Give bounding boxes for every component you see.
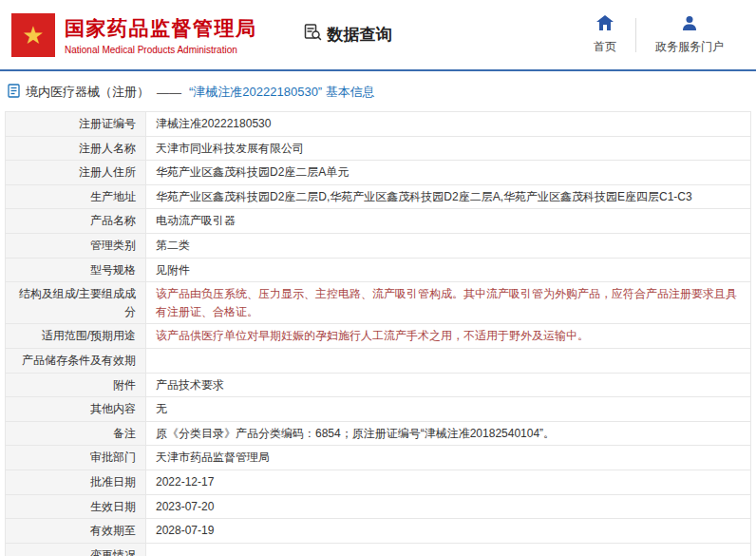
row-label: 附件 (6, 373, 146, 397)
table-row: 生效日期2023-07-20 (6, 494, 751, 519)
row-label: 有效期至 (6, 519, 146, 544)
table-row: 适用范围/预期用途该产品供医疗单位对早期妊娠的孕妇施行人工流产手术之用，不适用于… (6, 324, 751, 349)
row-label: 生效日期 (6, 494, 146, 519)
row-value: 华苑产业区鑫茂科技园D2座二层A单元 (146, 161, 751, 185)
row-label: 适用范围/预期用途 (6, 324, 146, 349)
table-row: 审批部门天津市药品监督管理局 (6, 446, 751, 470)
table-row: 批准日期2022-12-17 (6, 470, 751, 494)
row-value: 2022-12-17 (146, 470, 751, 494)
info-table-body: 注册证编号津械注准20222180530注册人名称天津市同业科技发展有限公司注册… (6, 112, 751, 556)
data-query-title: 数据查询 (303, 23, 392, 47)
agency-title-block: 国家药品监督管理局 National Medical Products Admi… (65, 15, 257, 55)
row-label: 变更情况 (6, 543, 146, 556)
row-label: 结构及组成/主要组成成分 (6, 282, 146, 324)
row-label: 生产地址 (6, 184, 146, 209)
national-emblem-icon: ★ (11, 13, 55, 57)
nav-item-portal[interactable]: 政务服务门户 (636, 15, 743, 55)
table-row: 其他内容无 (6, 397, 751, 422)
table-row: 注册证编号津械注准20222180530 (6, 112, 751, 137)
agency-logo-link[interactable]: ★ 国家药品监督管理局 National Medical Products Ad… (11, 13, 257, 57)
agency-name-en: National Medical Products Administration (65, 45, 257, 55)
user-icon (682, 15, 697, 34)
home-icon (596, 15, 614, 34)
row-value: 该产品供医疗单位对早期妊娠的孕妇施行人工流产手术之用，不适用于野外及运输中。 (146, 324, 751, 349)
row-label: 注册人住所 (6, 161, 146, 185)
row-label: 其他内容 (6, 397, 146, 422)
table-row: 产品储存条件及有效期 (6, 348, 751, 373)
breadcrumb-category: 境内医疗器械（注册） (26, 84, 149, 101)
table-row: 注册人住所华苑产业区鑫茂科技园D2座二层A单元 (6, 161, 751, 185)
agency-name-cn: 国家药品监督管理局 (65, 15, 257, 42)
table-row: 注册人名称天津市同业科技发展有限公司 (6, 136, 751, 161)
table-row: 变更情况 (6, 543, 751, 556)
document-icon (8, 84, 20, 101)
table-row: 有效期至2028-07-19 (6, 519, 751, 544)
row-value: 2023-07-20 (146, 494, 751, 519)
row-value: 该产品由负压系统、压力显示、主控电路、流产吸引管构成。其中流产吸引管为外购产品，… (146, 282, 751, 324)
row-value: 天津市同业科技发展有限公司 (146, 136, 751, 161)
row-value (146, 543, 751, 556)
table-row: 产品名称电动流产吸引器 (6, 209, 751, 234)
table-row: 型号规格见附件 (6, 258, 751, 282)
row-label: 型号规格 (6, 258, 146, 282)
row-value: 见附件 (146, 258, 751, 282)
breadcrumb-separator: —— (157, 86, 181, 100)
row-label: 备注 (6, 421, 146, 446)
nav-item-home[interactable]: 首页 (575, 15, 635, 55)
table-row: 备注原《分类目录》产品分类编码：6854；原注册证编号“津械注准20182540… (6, 421, 751, 446)
info-table: 注册证编号津械注准20222180530注册人名称天津市同业科技发展有限公司注册… (5, 111, 751, 556)
row-label: 批准日期 (6, 470, 146, 494)
row-label: 注册人名称 (6, 136, 146, 161)
row-value: 无 (146, 397, 751, 422)
row-value: 津械注准20222180530 (146, 112, 751, 137)
header-nav: 首页 政务服务门户 (575, 15, 743, 55)
row-value: 2028-07-19 (146, 519, 751, 544)
row-label: 管理类别 (6, 233, 146, 258)
row-value: 电动流产吸引器 (146, 209, 751, 234)
row-label: 产品储存条件及有效期 (6, 348, 146, 373)
row-value: 天津市药品监督管理局 (146, 446, 751, 470)
row-label: 产品名称 (6, 209, 146, 234)
row-value: 产品技术要求 (146, 373, 751, 397)
row-label: 注册证编号 (6, 112, 146, 137)
breadcrumb-detail: “津械注准20222180530” 基本信息 (189, 84, 375, 101)
table-row: 附件产品技术要求 (6, 373, 751, 397)
table-row: 生产地址华苑产业区鑫茂科技园D2座二层D,华苑产业区鑫茂科技园D2座二层A,华苑… (6, 184, 751, 209)
row-value (146, 348, 751, 373)
page-header: ★ 国家药品监督管理局 National Medical Products Ad… (0, 0, 756, 71)
table-row: 管理类别第二类 (6, 233, 751, 258)
nav-home-label: 首页 (594, 39, 616, 55)
nav-portal-label: 政务服务门户 (655, 39, 724, 55)
row-value: 第二类 (146, 233, 751, 258)
row-label: 审批部门 (6, 446, 146, 470)
row-value: 原《分类目录》产品分类编码：6854；原注册证编号“津械注准2018254010… (146, 421, 751, 446)
data-query-label: 数据查询 (328, 24, 392, 46)
breadcrumb: 境内医疗器械（注册） —— “津械注准20222180530” 基本信息 (0, 71, 756, 111)
data-query-icon (303, 23, 322, 47)
row-value: 华苑产业区鑫茂科技园D2座二层D,华苑产业区鑫茂科技园D2座二层A,华苑产业区鑫… (146, 184, 751, 209)
table-row: 结构及组成/主要组成成分该产品由负压系统、压力显示、主控电路、流产吸引管构成。其… (6, 282, 751, 324)
